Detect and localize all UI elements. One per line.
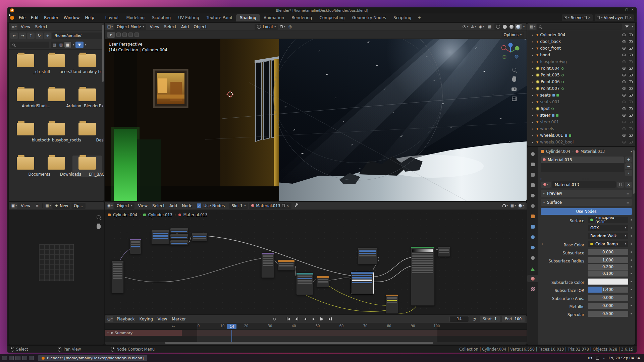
outliner-item-seats[interactable]: ▸▼seats bbox=[527, 92, 635, 99]
image-icon[interactable]: ▦▾ bbox=[45, 203, 51, 209]
expand-caret[interactable]: ▸ bbox=[532, 101, 535, 104]
clock[interactable]: Fri, 20 Sep 04:34 bbox=[608, 356, 640, 360]
hide-viewport-icon[interactable] bbox=[622, 94, 626, 97]
close-button[interactable]: ✕ bbox=[631, 8, 634, 11]
prop-value-subsurface-radius[interactable]: 1.000 bbox=[588, 257, 628, 263]
properties-tab-constraints[interactable] bbox=[527, 254, 538, 261]
rendered-shading-icon[interactable] bbox=[515, 24, 522, 29]
properties-tab-world[interactable] bbox=[527, 202, 538, 209]
folder-documents[interactable]: Documents bbox=[11, 156, 40, 177]
snap-magnet-icon[interactable]: ▾ bbox=[279, 24, 286, 30]
end-frame-field[interactable]: End100 bbox=[502, 316, 525, 322]
display-settings-caret[interactable]: ▾ bbox=[73, 43, 74, 46]
prop-value-specular[interactable]: 0.500 bbox=[588, 311, 628, 317]
playhead-frame-tag[interactable]: 14 bbox=[227, 324, 236, 329]
preview-section-header[interactable]: ▸ Preview ≡ bbox=[541, 190, 632, 197]
copy-material-button[interactable] bbox=[617, 182, 624, 188]
shader-node[interactable] bbox=[316, 276, 329, 287]
new-image-button[interactable]: + New bbox=[52, 203, 70, 209]
hide-viewport-icon[interactable] bbox=[622, 121, 626, 123]
tab-texture-paint[interactable]: Texture Paint bbox=[203, 14, 236, 21]
editor-type-icon[interactable]: ▣▾ bbox=[11, 203, 17, 209]
camera-view-icon[interactable] bbox=[512, 87, 517, 91]
hide-viewport-icon[interactable] bbox=[622, 141, 626, 143]
outliner-item-point-004[interactable]: ▸Point.004 bbox=[527, 65, 635, 72]
shading-settings-caret[interactable]: ▾ bbox=[523, 25, 525, 28]
use-nodes-checkbox[interactable]: ✓ bbox=[196, 203, 203, 209]
editor-type-icon[interactable]: ▤▾ bbox=[529, 24, 536, 30]
menu-playback[interactable]: Playback bbox=[114, 316, 137, 322]
material-slot-list[interactable]: Material.013 bbox=[541, 157, 624, 172]
proportional-edit-icon[interactable]: ◎ bbox=[287, 24, 293, 30]
keyframe-dot-icon[interactable] bbox=[631, 251, 632, 253]
viewlayer-selector[interactable]: ▾ ViewLayer × bbox=[595, 14, 634, 21]
menu-view[interactable]: View bbox=[18, 203, 33, 209]
shader-type-dropdown[interactable]: Object▾ bbox=[114, 203, 135, 209]
folder-busybox-rootfs[interactable]: busybox_rootfs bbox=[42, 121, 71, 142]
outliner-item-seats-001[interactable]: ▸▼seats.001 bbox=[527, 99, 635, 105]
jump-to-end-button[interactable] bbox=[327, 316, 334, 322]
playhead-line[interactable] bbox=[231, 330, 232, 342]
outliner-item-wheels-001[interactable]: ▸▼wheels.001 bbox=[527, 132, 635, 139]
zoom-icon[interactable] bbox=[512, 68, 516, 72]
keyframe-dot-icon[interactable] bbox=[631, 289, 632, 290]
expand-caret[interactable]: ▸ bbox=[532, 60, 535, 63]
keyboard-layout[interactable]: us bbox=[588, 356, 592, 360]
refresh-button[interactable]: ↻ bbox=[36, 33, 43, 39]
tab-modeling[interactable]: Modeling bbox=[123, 14, 149, 21]
overlays-toggle-icon[interactable]: ◉▾ bbox=[478, 24, 485, 30]
tool-option-4[interactable] bbox=[135, 33, 139, 37]
disable-render-icon[interactable] bbox=[629, 80, 633, 83]
editor-type-icon[interactable]: ◉▾ bbox=[107, 203, 113, 209]
snap-grid-icon[interactable]: ▦▾ bbox=[510, 203, 517, 209]
shader-node[interactable] bbox=[351, 272, 374, 294]
tool-option-3[interactable] bbox=[128, 33, 133, 37]
shader-node[interactable] bbox=[438, 246, 450, 257]
open-image-button[interactable]: Op... bbox=[71, 203, 85, 209]
prop-value-subsurface-anis[interactable]: 0.000 bbox=[588, 295, 628, 301]
shader-node[interactable] bbox=[358, 247, 378, 264]
expand-caret[interactable]: ▸ bbox=[532, 114, 535, 117]
disable-render-icon[interactable] bbox=[629, 101, 633, 103]
shader-node[interactable] bbox=[151, 230, 170, 244]
expand-caret[interactable]: ▸ bbox=[532, 47, 535, 50]
disable-render-icon[interactable] bbox=[629, 114, 633, 117]
display-mode-toggle[interactable]: ▤ ▥ ▦ bbox=[51, 42, 71, 48]
outliner-item-door-back[interactable]: ▸▼door_back bbox=[527, 38, 635, 45]
properties-tab-scene[interactable] bbox=[527, 192, 538, 199]
hide-viewport-icon[interactable] bbox=[622, 60, 626, 63]
tray-expand-icon[interactable]: ▴ bbox=[603, 357, 604, 360]
tab-scripting[interactable]: Scripting bbox=[390, 14, 415, 21]
disable-render-icon[interactable] bbox=[629, 34, 633, 36]
hide-viewport-icon[interactable] bbox=[622, 47, 626, 50]
gizmos-toggle-icon[interactable]: ⟁▾ bbox=[470, 24, 477, 30]
hide-viewport-icon[interactable] bbox=[622, 67, 626, 70]
shader-node[interactable] bbox=[278, 260, 295, 270]
pan-hand-icon[interactable] bbox=[512, 77, 516, 82]
menu-view[interactable]: View bbox=[18, 24, 33, 30]
folder-androidstudi[interactable]: AndroidStudi... bbox=[11, 87, 40, 108]
disable-render-icon[interactable] bbox=[629, 134, 633, 137]
play-reverse-button[interactable] bbox=[302, 316, 309, 322]
orientation-dropdown[interactable]: Local▾ bbox=[255, 24, 278, 30]
outliner-item-hood[interactable]: ▸▼hood bbox=[527, 52, 635, 58]
parent-dir-button[interactable]: ↑ bbox=[27, 33, 35, 39]
breadcrumb-item[interactable]: Cylinder.004 bbox=[113, 213, 137, 217]
auto-keying-toggle[interactable] bbox=[271, 316, 278, 322]
menu-edit[interactable]: Edit bbox=[28, 14, 41, 21]
menu-render[interactable]: Render bbox=[41, 14, 61, 21]
tab-rendering[interactable]: Rendering bbox=[288, 14, 316, 21]
menu-add[interactable]: Add bbox=[167, 203, 179, 209]
maximize-button[interactable]: ▢ bbox=[625, 8, 628, 11]
outliner-item-point-005[interactable]: ▸Point.005 bbox=[527, 72, 635, 78]
socket-caret[interactable]: ▸ bbox=[541, 242, 545, 245]
slot-specials-button[interactable]: ▾ bbox=[625, 170, 632, 176]
expand-caret[interactable]: ▸ bbox=[532, 94, 535, 97]
start-frame-field[interactable]: Start1 bbox=[480, 316, 500, 322]
menu-select[interactable]: Select bbox=[162, 24, 179, 30]
slot-list-resize[interactable]: ▸ bbox=[541, 177, 632, 181]
expand-caret[interactable]: ▸ bbox=[532, 80, 535, 83]
menu-file[interactable]: File bbox=[16, 14, 28, 21]
editor-type-icon[interactable]: ◷▾ bbox=[107, 316, 113, 322]
menu-select[interactable]: Select bbox=[33, 24, 50, 30]
